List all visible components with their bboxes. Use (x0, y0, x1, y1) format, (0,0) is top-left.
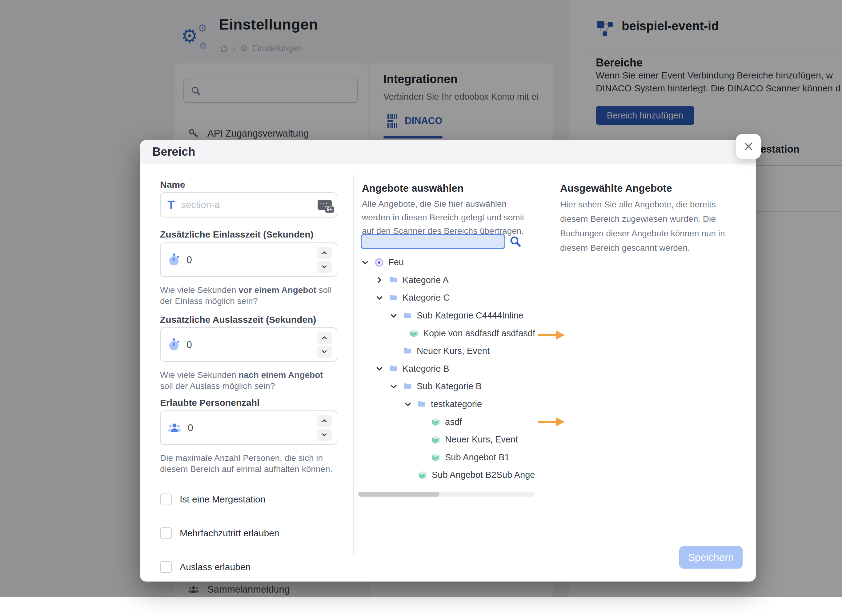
annotation-arrow (536, 330, 566, 340)
tree-item-label[interactable]: Neuer Kurs, Event (445, 434, 518, 444)
tree-row[interactable]: asdf (361, 413, 535, 431)
annotation-arrow (536, 416, 566, 427)
chevron-down-icon[interactable] (375, 364, 389, 373)
tree-item-label[interactable]: Sub Angebot B2Sub Angeb (432, 470, 535, 480)
angebote-auswaehlen-description: Alle Angebote, die Sie hier auswählen we… (362, 197, 535, 238)
einlasszeit-input[interactable]: 0 (160, 242, 337, 277)
chevron-down-icon[interactable] (389, 382, 402, 391)
tree-item-label[interactable]: asdf (445, 417, 462, 427)
auslasszeit-input[interactable]: 0 (160, 327, 337, 362)
folder-icon (402, 346, 412, 356)
einlasszeit-label: Zusätzliche Einlasszeit (Sekunden) (160, 229, 337, 240)
einlasszeit-decrement-button[interactable] (317, 261, 332, 273)
tree-row[interactable]: Kopie von asdfasdf asdfasdf (361, 324, 535, 342)
stopwatch-icon (167, 253, 180, 267)
folder-icon (402, 311, 412, 321)
column-divider (353, 175, 354, 555)
chevron-right-icon[interactable] (375, 276, 389, 284)
close-icon (742, 141, 754, 152)
auslasszeit-decrement-button[interactable] (317, 346, 332, 358)
tree-item-label[interactable]: Sub Angebot B1 (445, 452, 510, 462)
tree-item-label[interactable]: Feu (389, 257, 404, 267)
tree-item-label[interactable]: Kategorie C (402, 293, 450, 303)
tree-item-label[interactable]: testkategorie (431, 399, 482, 409)
tree-row[interactable]: Sub Angebot B2Sub Angeb (361, 466, 535, 484)
column-divider (545, 175, 545, 555)
tree-row[interactable]: Sub Angebot B1 (361, 449, 535, 466)
personenzahl-decrement-button[interactable] (317, 428, 332, 441)
folder-icon (417, 399, 427, 409)
tree-row[interactable]: Sub Kategorie C4444Inline (361, 307, 535, 325)
checkbox[interactable] (160, 561, 172, 573)
personenzahl-help: Die maximale Anzahl Personen, die sich i… (160, 453, 337, 475)
target-icon (374, 258, 384, 267)
personenzahl-input[interactable]: 0 (160, 411, 337, 445)
tree-row[interactable]: Kategorie C (361, 289, 535, 307)
checkbox-row-mehrfachzutritt[interactable]: Mehrfachzutritt erlauben (160, 527, 279, 539)
einlasszeit-value: 0 (186, 254, 192, 265)
personenzahl-value: 0 (188, 422, 193, 434)
tree-row[interactable]: testkategorie (361, 395, 535, 413)
tree-row[interactable]: Sub Kategorie B (361, 377, 535, 395)
checkbox[interactable] (160, 527, 172, 539)
ausgewaehlte-angebote-title: Ausgewählte Angebote (560, 182, 672, 194)
tree-item-label[interactable]: Neuer Kurs, Event (417, 346, 490, 356)
text-type-icon: T (167, 199, 175, 211)
tree-row[interactable]: Feu (361, 254, 535, 271)
einlasszeit-increment-button[interactable] (317, 247, 332, 259)
tree-row[interactable]: Kategorie A (361, 271, 535, 289)
angebote-tree: FeuKategorie AKategorie CSub Kategorie C… (361, 254, 535, 487)
people-icon (167, 421, 182, 434)
cube-icon (431, 452, 441, 462)
chevron-down-icon[interactable] (403, 400, 417, 409)
angebote-auswaehlen-title: Angebote auswählen (362, 182, 464, 194)
cube-icon (409, 328, 419, 338)
einlasszeit-help: Wie viele Sekunden vor einem Angebot sol… (160, 285, 337, 307)
tree-item-label[interactable]: Sub Kategorie C4444Inline (417, 311, 524, 321)
checkbox-row-mergestation[interactable]: Ist eine Mergestation (160, 494, 265, 505)
checkbox-row-auslass[interactable]: Auslass erlauben (160, 561, 251, 573)
folder-icon (389, 275, 398, 285)
tree-row[interactable]: Neuer Kurs, Event (361, 342, 535, 360)
tree-row[interactable]: Neuer Kurs, Event (361, 431, 535, 449)
stopwatch-icon (167, 338, 180, 351)
search-icon[interactable] (509, 235, 522, 248)
name-label: Name (160, 179, 337, 190)
personenzahl-label: Erlaubte Personenzahl (160, 397, 337, 408)
badge: 9+ (325, 206, 334, 213)
tree-item-label[interactable]: Kopie von asdfasdf asdfasdf (423, 328, 535, 339)
tree-item-label[interactable]: Kategorie A (402, 275, 449, 285)
save-button[interactable]: Speichern (679, 546, 742, 569)
chevron-down-icon[interactable] (389, 311, 402, 320)
auslasszeit-increment-button[interactable] (317, 332, 332, 344)
cube-icon (431, 417, 441, 427)
angebote-search-input[interactable] (361, 234, 505, 249)
chevron-down-icon[interactable] (361, 258, 374, 267)
checkbox[interactable] (160, 494, 172, 505)
auslasszeit-value: 0 (186, 339, 192, 351)
keyboard-counter-icon[interactable]: ··· 9+ (318, 200, 332, 210)
folder-icon (389, 364, 398, 374)
modal-header: Bereich (140, 140, 756, 164)
auslasszeit-label: Zusätzliche Auslasszeit (Sekunden) (160, 314, 337, 325)
tree-item-label[interactable]: Sub Kategorie B (417, 381, 482, 392)
folder-icon (402, 381, 412, 392)
chevron-down-icon[interactable] (375, 293, 389, 302)
name-placeholder: section-a (181, 199, 220, 210)
scrollbar-thumb[interactable] (358, 492, 440, 497)
ausgewaehlte-angebote-description: Hier sehen Sie alle Angebote, die bereit… (560, 197, 726, 255)
cube-icon (418, 470, 427, 480)
tree-item-label[interactable]: Kategorie B (402, 364, 449, 374)
tree-row[interactable]: Kategorie B (361, 360, 535, 378)
cube-icon (431, 435, 441, 444)
auslasszeit-help: Wie viele Sekunden nach einem Angebot so… (160, 370, 337, 392)
personenzahl-increment-button[interactable] (317, 415, 332, 427)
modal-close-button[interactable] (736, 134, 761, 159)
tree-horizontal-scrollbar[interactable] (358, 492, 535, 497)
name-input[interactable]: T section-a ··· 9+ (160, 192, 337, 217)
folder-icon (389, 293, 398, 303)
modal-title: Bereich (153, 145, 195, 158)
bereich-modal: Bereich Name T section-a ··· 9+ Zusätzli… (140, 140, 756, 582)
